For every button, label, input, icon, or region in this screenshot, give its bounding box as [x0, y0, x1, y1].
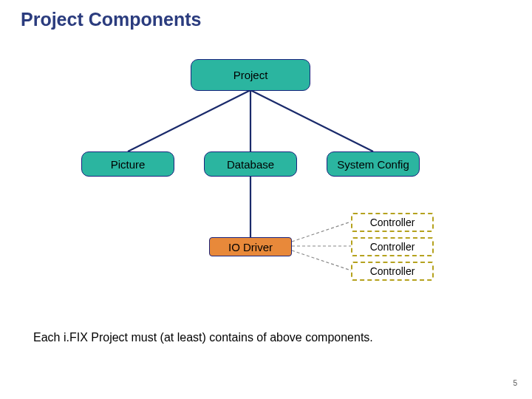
node-controller-1: Controller: [351, 213, 434, 232]
page-number: 5: [513, 379, 517, 387]
node-io-driver-label: IO Driver: [228, 241, 273, 253]
svg-line-2: [250, 90, 373, 151]
node-picture: Picture: [81, 151, 174, 177]
node-system-config-label: System Config: [337, 158, 409, 171]
node-picture-label: Picture: [111, 158, 146, 171]
node-controller-3-label: Controller: [370, 265, 415, 277]
node-controller-3: Controller: [351, 262, 434, 281]
svg-line-4: [292, 222, 351, 242]
node-database: Database: [204, 151, 297, 177]
node-controller-1-label: Controller: [370, 216, 415, 228]
node-database-label: Database: [227, 158, 274, 171]
node-controller-2: Controller: [351, 237, 434, 256]
node-controller-2-label: Controller: [370, 241, 415, 253]
footnote-text: Each i.FIX Project must (at least) conta…: [33, 331, 373, 344]
svg-line-6: [292, 250, 351, 270]
node-io-driver: IO Driver: [209, 237, 292, 256]
node-project: Project: [191, 59, 310, 91]
node-system-config: System Config: [327, 151, 420, 177]
svg-line-0: [128, 90, 250, 151]
page-title: Project Components: [21, 9, 201, 30]
node-project-label: Project: [233, 69, 268, 81]
